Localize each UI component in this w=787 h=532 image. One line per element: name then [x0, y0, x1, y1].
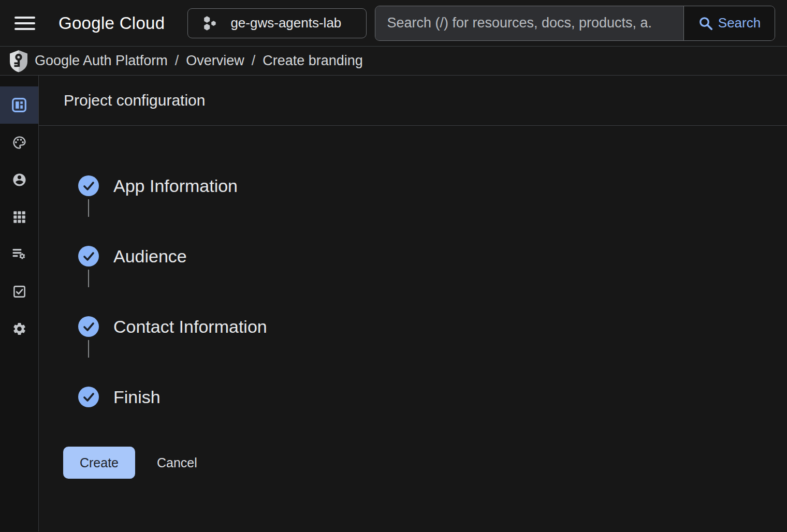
palette-icon — [12, 135, 27, 150]
step-label: Finish — [113, 387, 161, 407]
sidebar-item-data-access[interactable] — [0, 235, 38, 273]
breadcrumb-item-current: Create branding — [263, 53, 363, 69]
project-name: ge-gws-agents-lab — [230, 15, 341, 31]
sidebar-item-clients[interactable] — [0, 198, 38, 235]
step-audience: Audience — [78, 246, 787, 316]
search-button[interactable]: Search — [683, 6, 775, 40]
breadcrumb-separator: / — [168, 53, 186, 69]
account-circle-icon — [12, 172, 27, 187]
step-app-information: App Information — [78, 175, 787, 246]
step-connector — [88, 199, 89, 217]
step-completed-check-icon — [78, 387, 99, 407]
breadcrumb-separator: / — [244, 53, 263, 69]
form-actions: Create Cancel — [39, 447, 787, 479]
step-completed-check-icon — [78, 316, 99, 337]
create-button[interactable]: Create — [63, 447, 135, 479]
checkbox-icon — [12, 285, 26, 299]
left-nav-rail — [0, 76, 39, 531]
step-connector — [88, 340, 89, 358]
sidebar-item-settings[interactable] — [0, 310, 38, 347]
breadcrumb-item-platform[interactable]: Google Auth Platform — [35, 53, 168, 69]
step-completed-check-icon — [78, 175, 99, 196]
cancel-button[interactable]: Cancel — [156, 450, 198, 476]
gear-icon — [12, 321, 27, 336]
page-header: Project configuration — [39, 76, 787, 126]
step-contact-information: Contact Information — [78, 316, 787, 387]
search-input[interactable] — [375, 6, 683, 40]
step-label: Audience — [113, 246, 187, 267]
step-finish: Finish — [78, 387, 787, 407]
project-hexagons-icon — [201, 14, 218, 33]
apps-grid-icon — [12, 210, 26, 224]
top-bar: Google Cloud ge-gws-agents-lab Search — [0, 0, 787, 47]
search-icon — [698, 16, 713, 31]
page-title: Project configuration — [64, 92, 206, 109]
auth-platform-shield-key-icon — [9, 50, 28, 72]
sidebar-item-audience[interactable] — [0, 161, 38, 198]
hamburger-menu-button[interactable] — [14, 16, 35, 31]
list-settings-icon — [11, 246, 27, 262]
step-label: Contact Information — [113, 317, 267, 337]
breadcrumb-item-overview[interactable]: Overview — [186, 53, 244, 69]
step-connector — [88, 270, 89, 287]
breadcrumb: Google Auth Platform / Overview / Create… — [0, 47, 787, 76]
hamburger-icon — [14, 17, 35, 19]
dashboard-icon — [12, 98, 26, 112]
sidebar-item-verification-center[interactable] — [0, 273, 38, 310]
search-bar: Search — [375, 6, 775, 41]
sidebar-item-overview[interactable] — [0, 86, 38, 124]
sidebar-item-branding[interactable] — [0, 124, 38, 161]
google-cloud-logo[interactable]: Google Cloud — [59, 13, 165, 33]
project-selector[interactable]: ge-gws-agents-lab — [187, 8, 367, 38]
step-label: App Information — [113, 176, 238, 196]
step-completed-check-icon — [78, 246, 99, 267]
stepper: App Information Audience — [39, 126, 787, 407]
main-content: Project configuration App Information — [39, 76, 787, 531]
